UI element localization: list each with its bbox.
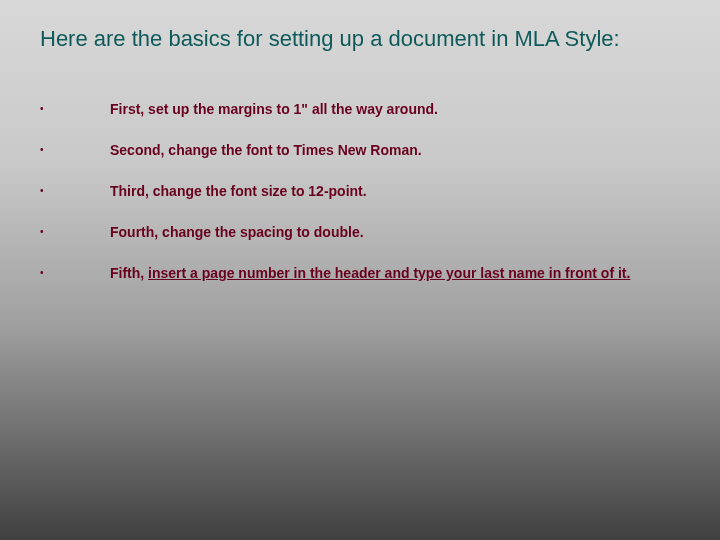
bullet-icon: •	[40, 141, 110, 159]
slide-title: Here are the basics for setting up a doc…	[40, 26, 680, 52]
slide: Here are the basics for setting up a doc…	[0, 0, 720, 282]
list-item: • Fifth, insert a page number in the hea…	[40, 264, 680, 283]
list-item: • Third, change the font size to 12-poin…	[40, 182, 680, 201]
bullet-text: Third, change the font size to 12-point.	[110, 182, 367, 201]
bullet-text: Fourth, change the spacing to double.	[110, 223, 364, 242]
bullet-icon: •	[40, 264, 110, 282]
bullet-underlined: insert a page number in the header and t…	[148, 265, 630, 281]
bullet-list: • First, set up the margins to 1" all th…	[40, 100, 680, 282]
bullet-prefix: Fifth,	[110, 265, 148, 281]
bullet-icon: •	[40, 223, 110, 241]
bullet-text: First, set up the margins to 1" all the …	[110, 100, 438, 119]
list-item: • Second, change the font to Times New R…	[40, 141, 680, 160]
list-item: • Fourth, change the spacing to double.	[40, 223, 680, 242]
list-item: • First, set up the margins to 1" all th…	[40, 100, 680, 119]
bullet-icon: •	[40, 182, 110, 200]
bullet-text: Second, change the font to Times New Rom…	[110, 141, 422, 160]
bullet-icon: •	[40, 100, 110, 118]
bullet-text: Fifth, insert a page number in the heade…	[110, 264, 630, 283]
